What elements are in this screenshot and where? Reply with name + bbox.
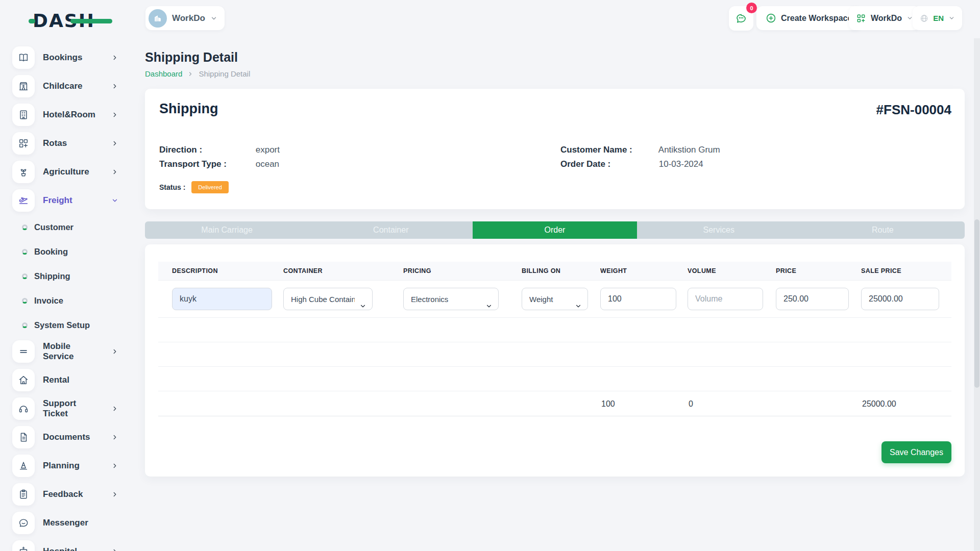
sidebar-item-label: Hotel&Room xyxy=(43,110,95,120)
chevron-right-icon xyxy=(111,491,118,498)
sidebar-item-planning[interactable]: Planning xyxy=(0,452,132,480)
price-input[interactable] xyxy=(776,288,849,310)
sidebar-item-label: Rental xyxy=(43,375,69,385)
hotel-icon xyxy=(18,109,29,120)
pricing-select[interactable]: Electronics xyxy=(403,288,499,310)
sidebar-item-childcare[interactable]: Childcare xyxy=(0,72,132,101)
chevron-right-icon xyxy=(111,462,118,469)
breadcrumb-current: Shipping Detail xyxy=(199,69,250,78)
chevron-right-icon xyxy=(111,168,118,176)
tab-route[interactable]: Route xyxy=(801,221,965,239)
transport-type-row: Transport Type : ocean xyxy=(159,159,279,169)
bullet-icon xyxy=(22,322,28,328)
sidebar-item-label: Mobile Service xyxy=(43,341,103,362)
topbar: DASH WorkDo 0 Create Workspace WorkDo EN xyxy=(0,0,980,38)
sale-price-input[interactable] xyxy=(861,288,939,310)
headphones-icon xyxy=(18,403,29,414)
document-icon xyxy=(18,432,29,443)
chevron-right-icon xyxy=(111,405,118,412)
chevron-right-icon xyxy=(187,71,193,77)
weight-input[interactable] xyxy=(600,288,676,310)
customer-name-row: Customer Name : Antikstion Grum xyxy=(560,145,720,155)
volume-input[interactable] xyxy=(688,288,763,310)
summary-total-sale-price: 25000.00 xyxy=(861,391,939,416)
sidebar-item-mobile-service[interactable]: Mobile Service xyxy=(0,337,132,366)
sidebar-item-messenger[interactable]: Messenger xyxy=(0,509,132,537)
bullet-icon xyxy=(22,249,28,255)
menu-lines-icon xyxy=(18,346,29,357)
sidebar-item-label: Agriculture xyxy=(43,167,89,177)
chevron-down-icon xyxy=(210,15,217,22)
container-select[interactable]: High Cube Container xyxy=(283,288,373,310)
page-title: Shipping Detail xyxy=(145,50,965,65)
billing-on-select[interactable]: Weight xyxy=(522,288,588,310)
sidebar-item-label: Bookings xyxy=(43,53,82,63)
column-header-price: PRICE xyxy=(776,262,849,281)
sidebar-item-support-ticket[interactable]: Support Ticket xyxy=(0,394,132,423)
chat-bubble-icon xyxy=(18,517,29,529)
sidebar-subitem-label: Invoice xyxy=(34,296,63,306)
sidebar-subitem-system-setup[interactable]: System Setup xyxy=(0,313,132,337)
sidebar-subitem-shipping[interactable]: Shipping xyxy=(0,264,132,288)
tab-container[interactable]: Container xyxy=(309,221,473,239)
sidebar-subitem-customer[interactable]: Customer xyxy=(0,215,132,239)
workspace-switcher[interactable]: WorkDo xyxy=(145,6,225,30)
scrollbar-track[interactable] xyxy=(974,38,980,551)
status-label: Status : xyxy=(159,183,185,191)
grid-plus-icon xyxy=(18,138,29,149)
sidebar-subitem-label: Shipping xyxy=(34,271,70,281)
breadcrumb-dashboard-link[interactable]: Dashboard xyxy=(145,69,182,78)
plus-circle-icon xyxy=(766,13,776,23)
sidebar-item-label: Freight xyxy=(43,195,72,206)
chat-icon xyxy=(735,12,747,24)
breadcrumb: Dashboard Shipping Detail xyxy=(145,69,965,78)
shipping-summary-card: Shipping #FSN-00004 Direction : export T… xyxy=(145,89,965,209)
chevron-right-icon xyxy=(111,54,118,61)
chevron-right-icon xyxy=(111,111,118,118)
order-item-row: High Cube Container Electronics Weight xyxy=(158,281,951,318)
sidebar-item-freight[interactable]: Freight xyxy=(0,186,132,215)
order-date-label: Order Date : xyxy=(560,159,656,169)
workspace-avatar xyxy=(149,9,167,28)
scrollbar-thumb[interactable] xyxy=(974,219,979,388)
book-icon xyxy=(18,52,29,63)
sidebar-item-rental[interactable]: Rental xyxy=(0,366,132,394)
column-header-sale-price: SALE PRICE xyxy=(861,262,939,281)
sidebar-item-label: Planning xyxy=(43,461,80,471)
order-date-value: 10-03-2024 xyxy=(659,159,703,169)
sidebar-item-hospital[interactable]: Hospital xyxy=(0,537,132,551)
sidebar-subitem-booking[interactable]: Booking xyxy=(0,239,132,264)
sidebar-item-label: Rotas xyxy=(43,138,67,148)
sidebar-item-hotel-room[interactable]: Hotel&Room xyxy=(0,101,132,129)
sidebar-item-bookings[interactable]: Bookings xyxy=(0,43,132,72)
workdo-menu-button[interactable]: WorkDo xyxy=(849,6,920,30)
language-selector[interactable]: EN xyxy=(913,6,962,30)
sidebar-subitem-label: System Setup xyxy=(34,320,90,330)
tab-main-carriage[interactable]: Main Carriage xyxy=(145,221,309,239)
messages-button[interactable]: 0 xyxy=(729,6,753,31)
column-header-volume: VOLUME xyxy=(688,262,763,281)
sidebar-subitem-invoice[interactable]: Invoice xyxy=(0,288,132,313)
description-input[interactable] xyxy=(172,288,272,310)
sidebar-item-feedback[interactable]: Feedback xyxy=(0,480,132,509)
create-workspace-button[interactable]: Create Workspace xyxy=(756,6,861,30)
sidebar-item-rotas[interactable]: Rotas xyxy=(0,129,132,158)
shipping-reference: #FSN-00004 xyxy=(876,102,951,118)
save-changes-button[interactable]: Save Changes xyxy=(881,441,951,463)
sidebar-item-documents[interactable]: Documents xyxy=(0,423,132,452)
chevron-right-icon xyxy=(111,348,118,355)
dash-logo[interactable]: DASH xyxy=(33,9,95,32)
logo-accent-bar xyxy=(70,19,112,23)
language-code: EN xyxy=(933,14,944,22)
chevron-right-icon xyxy=(111,83,118,90)
customer-name-label: Customer Name : xyxy=(560,145,656,155)
bullet-icon xyxy=(22,298,28,304)
chevron-down-icon xyxy=(948,15,955,21)
tab-services[interactable]: Services xyxy=(637,221,801,239)
order-table-card: DESCRIPTION CONTAINER PRICING BILLING ON… xyxy=(145,244,965,477)
chevron-down-icon xyxy=(111,197,118,204)
tab-order[interactable]: Order xyxy=(473,221,636,239)
sidebar-item-agriculture[interactable]: Agriculture xyxy=(0,158,132,186)
sidebar-item-label: Support Ticket xyxy=(43,398,103,419)
table-summary-row: 100 0 25000.00 xyxy=(158,391,951,416)
